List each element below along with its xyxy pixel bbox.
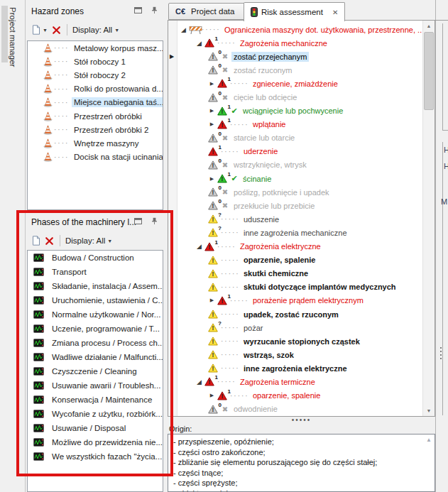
expand-pane-icon[interactable]: ▶ [170, 53, 174, 60]
tree-row[interactable]: !··········sktuki dotyczące implantów me… [178, 280, 422, 294]
tree-row[interactable]: ◢ ··········Ograniczenia maszyny dot. uż… [178, 23, 422, 36]
new-phase-button[interactable] [30, 234, 43, 247]
collapsed-node-icon[interactable]: ▶ [208, 121, 216, 127]
phase-item[interactable]: Wadliwe działanie / Malfuncti... [28, 350, 163, 364]
tree-row[interactable]: !··········oparzenie, spalenie [178, 253, 422, 267]
tree-row[interactable]: !0✖zostać rzuconym [178, 63, 422, 77]
tree-row[interactable]: !0✖wstrzyknięcie, wtrysk [178, 158, 422, 172]
excluded-x-icon: ✖ [220, 66, 230, 74]
pin-icon[interactable] [151, 6, 158, 16]
scrollbar-thumb[interactable] [424, 32, 434, 110]
phase-item[interactable]: Zmiana procesu / Process ch... [28, 336, 163, 350]
phase-item[interactable]: Transport [28, 265, 163, 279]
tree-row[interactable]: !0✖odwodnienie [178, 403, 422, 415]
hazard-zone-item[interactable]: ·········· Rolki do prostowania d... [28, 82, 163, 96]
collapsed-node-icon[interactable]: ▶ [208, 393, 216, 398]
float-window-icon[interactable] [134, 6, 142, 15]
vertical-splitter-handle[interactable] [440, 345, 442, 361]
tree-row[interactable]: ▶ !1✔wciągnięcie lub pochwycenie [178, 104, 422, 118]
phase-item[interactable]: Możliwe do przewidzenia nie... [28, 435, 163, 449]
phase-item[interactable]: Normalne użytkowanie / Nor... [28, 307, 163, 322]
collapsed-node-icon[interactable]: ▶ [208, 297, 216, 303]
expanded-node-icon[interactable]: ◢ [195, 243, 203, 250]
sidebar-tab-project-manager[interactable]: Project manager [9, 7, 17, 67]
phase-label: Wadliwe działanie / Malfuncti... [50, 352, 163, 362]
phase-item[interactable]: Usuwanie / Disposal [28, 421, 163, 435]
dotted-connector: ·········· [230, 121, 248, 129]
tree-row[interactable]: ▶ !1··········zgniecenie, zmiażdżenie [178, 77, 422, 90]
expanded-node-icon[interactable]: ◢ [195, 40, 203, 47]
tree-row[interactable]: !?··········inne zagrożenia mechaniczne [178, 226, 422, 239]
tree-row[interactable]: ▶ !1··········porażenie prądem elektrycz… [178, 294, 422, 307]
hazard-display-filter-dropdown[interactable]: Display: All▼ [72, 26, 119, 34]
tree-row[interactable]: !0✖przekłucie lub przebicie [178, 199, 422, 212]
tree-row[interactable]: ▶ !1··········oparzenie, spalenie [178, 389, 422, 403]
collapsed-node-icon[interactable]: ▶ [208, 108, 216, 114]
svg-text:!: ! [209, 379, 211, 386]
hazard-zone-item[interactable]: ·········· Przestrzeń obróbki 2 [28, 123, 163, 136]
phase-item[interactable]: Uczenie, programowanie / T... [28, 322, 163, 336]
hazard-zone-item[interactable]: ·········· Stół roboczy 1 [28, 55, 163, 68]
scroll-up-icon[interactable]: ▲ [426, 437, 432, 443]
tree-row[interactable]: ◢ !1··········Zagrożenia mechaniczne [178, 36, 422, 50]
tree-row[interactable]: ▶ !1✔ścinanie [178, 172, 422, 185]
tree-row[interactable]: !1··········uderzenie [178, 145, 422, 158]
expanded-node-icon[interactable]: ◢ [180, 26, 187, 33]
tree-row[interactable]: !··········inne zagrożenia elektryczne [178, 361, 422, 375]
delete-phase-button[interactable] [43, 235, 56, 247]
tree-row[interactable]: ◢ !1··········Zagrożenia elektryczne [178, 240, 422, 253]
origin-textbox[interactable]: - przyspieszenie, opóźnienie;- części os… [168, 434, 435, 492]
phase-item[interactable]: Czyszczenie / Cleaning [28, 364, 163, 378]
expanded-node-icon[interactable]: ◢ [195, 378, 203, 386]
horizontal-splitter-handle[interactable]: ••••• [168, 417, 435, 423]
phase-item[interactable]: Usuwanie awarii / Troublesh... [28, 378, 163, 393]
tree-row[interactable]: !0✖zostać przejechanym [178, 50, 422, 63]
phases-list: Budowa / Construction Transport Składani… [27, 250, 163, 492]
hazard-zone-item[interactable]: ·········· Docisk na stacji ucinania [28, 151, 163, 164]
svg-text:!: ! [212, 162, 214, 169]
pin-icon[interactable] [151, 217, 158, 226]
tab-risk-assessment[interactable]: Risk assessment ✕ [244, 2, 345, 21]
svg-text:!: ! [212, 339, 214, 346]
tree-row[interactable]: ◢ !1··········Zagrożenia termiczne [178, 375, 422, 388]
tree-row[interactable]: !0✖cięcie lub odcięcie [178, 90, 422, 104]
tree-row[interactable]: ▶ !1··········wplątanie [178, 118, 422, 131]
float-window-icon[interactable] [134, 217, 142, 226]
close-tab-icon[interactable]: ✕ [332, 9, 338, 16]
phase-item[interactable]: We wszystkich fazach "życia... [28, 449, 163, 464]
tree-row[interactable]: !?··········pożar [178, 321, 422, 334]
phase-terminal-icon [33, 268, 44, 276]
phase-item[interactable]: Wycofanie z użytku, rozbiórk... [28, 407, 163, 421]
risk-assessment-tree-panel: ▶ ◢ ··········Ograniczenia maszyny dot. … [168, 20, 435, 417]
hazard-zone-item[interactable]: ·········· Stół roboczy 2 [28, 68, 163, 82]
phase-label: Transport [50, 267, 89, 277]
hazard-zone-label: Stół roboczy 2 [72, 70, 128, 80]
phases-display-filter-dropdown[interactable]: Display: All▼ [65, 236, 112, 245]
hazard-zone-item[interactable]: ·········· Przestrzeń obróbki [28, 109, 163, 123]
new-hazard-zone-button[interactable]: ▼ [30, 23, 50, 36]
tree-row[interactable]: !0✖poślizg, potknięcie i upadek [178, 185, 422, 199]
tree-row[interactable]: !?··········uduszenie [178, 212, 422, 226]
collapsed-node-icon[interactable]: ▶ [208, 176, 216, 182]
phase-label: Usuwanie / Disposal [50, 423, 128, 433]
svg-text:!: ! [222, 297, 224, 305]
hazard-zone-item[interactable]: ·········· Metalowy korpus masz... [28, 41, 163, 55]
scroll-down-icon[interactable]: ▼ [423, 405, 435, 416]
tree-row[interactable]: !··········wstrząs, szok [178, 348, 422, 361]
phase-item[interactable]: Konserwacja / Maintenance [28, 393, 163, 407]
tree-row[interactable]: !··········upadek, zostać rzuconym [178, 307, 422, 321]
phase-item[interactable]: Składanie, instalacja / Assem... [28, 279, 163, 293]
delete-hazard-zone-button[interactable] [50, 24, 63, 36]
tree-row[interactable]: !0✖starcie lub otarcie [178, 131, 422, 145]
hazard-zone-item[interactable]: ·········· Wnętrze maszyny [28, 136, 163, 150]
excluded-x-icon: ✖ [220, 161, 230, 169]
collapsed-node-icon[interactable]: ▶ [208, 81, 216, 87]
tree-scrollbar[interactable]: ▲ ▼ [422, 21, 435, 416]
tree-row[interactable]: !··········wyrzucanie stopionych cząstek [178, 334, 422, 348]
triangle-count-badge: 0 [219, 131, 222, 137]
phase-item[interactable]: Budowa / Construction [28, 251, 163, 265]
tree-row[interactable]: !··········skutki chemiczne [178, 267, 422, 280]
hazard-zone-item[interactable]: ·········· Miejsce nabiegania taś... [28, 96, 163, 109]
scroll-up-icon[interactable]: ▲ [423, 21, 435, 31]
phase-item[interactable]: Uruchomienie, ustawienia / C... [28, 293, 163, 307]
